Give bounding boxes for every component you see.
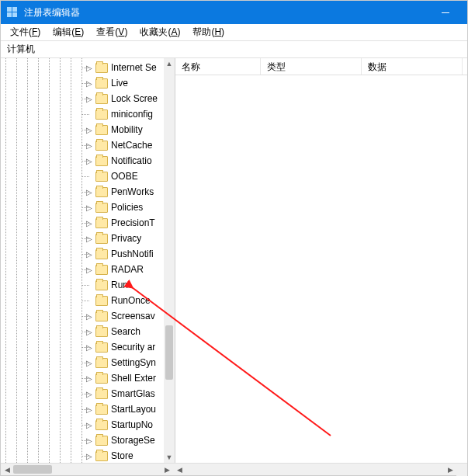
- tree-node[interactable]: ▷PenWorks: [1, 184, 164, 200]
- tree-node[interactable]: ▷RADAR: [1, 262, 164, 277]
- menu-文件[interactable]: 文件(F): [4, 24, 47, 40]
- scroll-left-icon[interactable]: ◀: [173, 464, 185, 476]
- folder-icon: [95, 389, 108, 399]
- folder-icon: [95, 203, 108, 213]
- column-headers: 名称类型数据: [175, 58, 467, 75]
- bottom-hscrollbar[interactable]: ◀ ▶ ◀ ▶: [1, 463, 467, 475]
- content-area: ▷Internet Se▷Live▷Lock Screeminiconfig▷M…: [1, 58, 467, 463]
- app-icon: [7, 7, 18, 18]
- tree-node-label: NetCache: [111, 140, 152, 151]
- column-header[interactable]: 名称: [175, 58, 261, 75]
- scroll-left-icon[interactable]: ◀: [1, 464, 13, 476]
- folder-icon: [95, 342, 108, 353]
- tree-node-label: Internet Se: [111, 62, 157, 73]
- tree-vscrollbar[interactable]: ▲ ▼: [164, 58, 175, 463]
- scroll-right-icon[interactable]: ▶: [444, 464, 456, 476]
- tree-inner: ▷Internet Se▷Live▷Lock Screeminiconfig▷M…: [1, 58, 164, 463]
- tree-node[interactable]: ▷Security ar: [1, 339, 164, 355]
- tree-node[interactable]: ▷StorageSe: [1, 433, 164, 448]
- folder-icon: [95, 405, 108, 415]
- folder-icon: [95, 327, 108, 337]
- scroll-down-icon[interactable]: ▼: [164, 452, 175, 463]
- list-body[interactable]: [175, 75, 467, 463]
- tree-node[interactable]: ▷NetCache: [1, 137, 164, 153]
- folder-icon: [95, 63, 108, 73]
- tree-node[interactable]: miniconfig: [1, 106, 164, 122]
- tree-node[interactable]: ▷Live: [1, 75, 164, 91]
- menu-帮助[interactable]: 帮助(H): [186, 24, 231, 40]
- tree-node-label: PushNotifi: [111, 248, 154, 259]
- tree-node-label: RunOnce: [111, 295, 151, 306]
- folder-icon: [95, 296, 108, 306]
- tree-node[interactable]: ▷SmartGlas: [1, 386, 164, 401]
- scroll-right-icon[interactable]: ▶: [161, 464, 173, 476]
- tree-node-label: Privacy: [111, 233, 141, 244]
- tree-vthumb[interactable]: [165, 325, 173, 380]
- tree-pane: ▷Internet Se▷Live▷Lock Screeminiconfig▷M…: [1, 58, 175, 463]
- tree-node[interactable]: ▷Store: [1, 448, 164, 463]
- tree-vtrack[interactable]: [164, 69, 175, 452]
- tree-node-label: Shell Exter: [111, 373, 156, 384]
- window-title: 注册表编辑器: [24, 6, 430, 19]
- address-bar[interactable]: 计算机: [1, 41, 467, 58]
- tree-node-label: OOBE: [111, 171, 138, 182]
- tree-node[interactable]: ▷Mobility: [1, 122, 164, 137]
- tree-node-label: Mobility: [111, 124, 143, 135]
- tree-node[interactable]: ▷Shell Exter: [1, 370, 164, 386]
- tree-node-label: StorageSe: [111, 435, 155, 446]
- folder-icon: [95, 78, 108, 89]
- tree-node-label: Security ar: [111, 342, 155, 353]
- tree-node[interactable]: ▷PushNotifi: [1, 246, 164, 262]
- column-header[interactable]: 数据: [362, 58, 463, 75]
- tree-node[interactable]: ▷Search: [1, 324, 164, 339]
- tree-node-label: Run: [111, 280, 128, 290]
- tree-node[interactable]: ▷Screensav: [1, 308, 164, 324]
- folder-icon: [95, 265, 108, 275]
- folder-icon: [95, 280, 108, 290]
- tree-node[interactable]: ▷StartupNo: [1, 417, 164, 433]
- tree-node-label: SmartGlas: [111, 388, 155, 399]
- tree-node[interactable]: ▷StartLayou: [1, 401, 164, 417]
- folder-icon: [95, 436, 108, 446]
- folder-icon: [95, 172, 108, 182]
- tree-node-label: PrecisionT: [111, 217, 155, 228]
- menu-收藏夹[interactable]: 收藏夹(A): [133, 24, 186, 40]
- list-htrack[interactable]: [185, 464, 444, 475]
- folder-icon: [95, 311, 108, 321]
- menu-查看[interactable]: 查看(V): [90, 24, 133, 40]
- tree-node[interactable]: ▷PrecisionT: [1, 215, 164, 231]
- tree-node-label: Notificatio: [111, 155, 152, 166]
- tree-node[interactable]: ▷Policies: [1, 200, 164, 215]
- tree-hthumb[interactable]: [13, 465, 52, 474]
- minimize-icon: [442, 12, 449, 13]
- column-header[interactable]: 类型: [261, 58, 362, 75]
- tree-node[interactable]: ▷Internet Se: [1, 60, 164, 75]
- folder-icon: [95, 156, 108, 166]
- tree-node[interactable]: Run: [1, 277, 164, 293]
- tree-node-label: Search: [111, 326, 140, 337]
- tree-node[interactable]: RunOnce: [1, 293, 164, 308]
- tree-node[interactable]: ▷Lock Scree: [1, 91, 164, 106]
- tree-node-label: RADAR: [111, 264, 144, 275]
- tree-node[interactable]: ▷Notificatio: [1, 153, 164, 169]
- folder-icon: [95, 234, 108, 244]
- tree-node-label: Policies: [111, 202, 143, 213]
- tree-node-label: miniconfig: [111, 109, 153, 120]
- tree-node[interactable]: ▷SettingSyn: [1, 355, 164, 370]
- menu-编辑[interactable]: 编辑(E): [47, 24, 90, 40]
- folder-icon: [95, 218, 108, 228]
- folder-icon: [95, 94, 108, 104]
- scroll-up-icon[interactable]: ▲: [164, 58, 175, 69]
- folder-icon: [95, 249, 108, 259]
- folder-icon: [95, 141, 108, 151]
- tree-node[interactable]: OOBE: [1, 169, 164, 184]
- folder-icon: [95, 187, 108, 197]
- tree-htrack[interactable]: [13, 464, 161, 475]
- titlebar[interactable]: 注册表编辑器: [1, 1, 467, 24]
- folder-icon: [95, 451, 108, 461]
- tree-node[interactable]: ▷Privacy: [1, 231, 164, 246]
- tree-node-label: Screensav: [111, 311, 155, 321]
- tree-node-label: Store: [111, 450, 133, 461]
- tree-node-label: StartupNo: [111, 419, 153, 430]
- minimize-button[interactable]: [430, 1, 461, 24]
